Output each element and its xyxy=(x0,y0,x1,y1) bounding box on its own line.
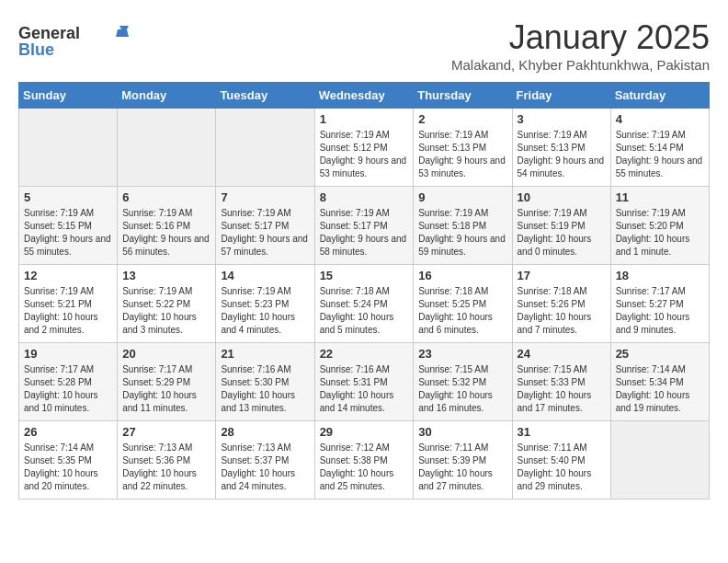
calendar-cell: 24Sunrise: 7:15 AM Sunset: 5:33 PM Dayli… xyxy=(512,343,610,421)
title-section: January 2025 Malakand, Khyber Pakhtunkhw… xyxy=(451,18,710,73)
calendar-cell: 17Sunrise: 7:18 AM Sunset: 5:26 PM Dayli… xyxy=(512,265,610,343)
day-info: Sunrise: 7:14 AM Sunset: 5:35 PM Dayligh… xyxy=(24,442,112,493)
calendar-cell: 29Sunrise: 7:12 AM Sunset: 5:38 PM Dayli… xyxy=(314,421,414,500)
day-number: 23 xyxy=(418,347,506,361)
day-info: Sunrise: 7:19 AM Sunset: 5:15 PM Dayligh… xyxy=(24,207,112,259)
day-info: Sunrise: 7:18 AM Sunset: 5:24 PM Dayligh… xyxy=(320,285,409,337)
day-info: Sunrise: 7:17 AM Sunset: 5:27 PM Dayligh… xyxy=(616,285,704,337)
calendar-cell: 18Sunrise: 7:17 AM Sunset: 5:27 PM Dayli… xyxy=(610,265,709,343)
week-row-4: 19Sunrise: 7:17 AM Sunset: 5:28 PM Dayli… xyxy=(19,343,710,421)
calendar-cell: 25Sunrise: 7:14 AM Sunset: 5:34 PM Dayli… xyxy=(610,343,709,421)
day-number: 8 xyxy=(320,190,409,204)
day-number: 13 xyxy=(122,269,210,282)
calendar-cell: 31Sunrise: 7:11 AM Sunset: 5:40 PM Dayli… xyxy=(512,421,610,500)
logo: General Blue xyxy=(18,18,129,63)
day-info: Sunrise: 7:17 AM Sunset: 5:28 PM Dayligh… xyxy=(24,363,112,415)
calendar-cell: 21Sunrise: 7:16 AM Sunset: 5:30 PM Dayli… xyxy=(216,343,314,421)
week-row-5: 26Sunrise: 7:14 AM Sunset: 5:35 PM Dayli… xyxy=(19,421,710,500)
calendar-cell xyxy=(19,109,118,187)
svg-text:General: General xyxy=(18,24,80,42)
calendar-cell: 11Sunrise: 7:19 AM Sunset: 5:20 PM Dayli… xyxy=(610,187,709,265)
svg-marker-2 xyxy=(116,29,129,37)
week-row-1: 1Sunrise: 7:19 AM Sunset: 5:12 PM Daylig… xyxy=(19,109,710,187)
calendar-cell xyxy=(216,109,314,187)
day-number: 10 xyxy=(518,190,606,204)
day-info: Sunrise: 7:19 AM Sunset: 5:12 PM Dayligh… xyxy=(320,129,409,180)
day-number: 15 xyxy=(320,269,409,282)
day-info: Sunrise: 7:19 AM Sunset: 5:23 PM Dayligh… xyxy=(221,285,309,337)
day-info: Sunrise: 7:15 AM Sunset: 5:33 PM Dayligh… xyxy=(518,363,606,415)
calendar-cell: 19Sunrise: 7:17 AM Sunset: 5:28 PM Dayli… xyxy=(19,343,118,421)
day-number: 17 xyxy=(518,269,606,282)
day-number: 19 xyxy=(24,347,112,361)
calendar-cell: 14Sunrise: 7:19 AM Sunset: 5:23 PM Dayli… xyxy=(216,265,314,343)
day-number: 6 xyxy=(122,190,210,204)
day-number: 22 xyxy=(320,347,409,361)
day-header-thursday: Thursday xyxy=(414,83,512,109)
day-info: Sunrise: 7:16 AM Sunset: 5:30 PM Dayligh… xyxy=(221,363,309,415)
day-number: 21 xyxy=(221,347,309,361)
calendar-cell: 15Sunrise: 7:18 AM Sunset: 5:24 PM Dayli… xyxy=(314,265,414,343)
calendar-cell: 5Sunrise: 7:19 AM Sunset: 5:15 PM Daylig… xyxy=(19,187,118,265)
day-number: 24 xyxy=(518,347,606,361)
calendar-cell: 3Sunrise: 7:19 AM Sunset: 5:13 PM Daylig… xyxy=(512,109,610,187)
day-info: Sunrise: 7:11 AM Sunset: 5:39 PM Dayligh… xyxy=(418,442,506,493)
day-info: Sunrise: 7:12 AM Sunset: 5:38 PM Dayligh… xyxy=(320,442,409,493)
calendar-cell: 30Sunrise: 7:11 AM Sunset: 5:39 PM Dayli… xyxy=(414,421,512,500)
day-number: 29 xyxy=(320,425,409,439)
day-info: Sunrise: 7:19 AM Sunset: 5:13 PM Dayligh… xyxy=(418,129,506,180)
day-number: 2 xyxy=(418,112,506,126)
calendar-header-row: SundayMondayTuesdayWednesdayThursdayFrid… xyxy=(19,83,710,109)
calendar-cell: 8Sunrise: 7:19 AM Sunset: 5:17 PM Daylig… xyxy=(314,187,414,265)
day-header-wednesday: Wednesday xyxy=(314,83,414,109)
day-info: Sunrise: 7:11 AM Sunset: 5:40 PM Dayligh… xyxy=(518,442,606,493)
calendar-cell: 26Sunrise: 7:14 AM Sunset: 5:35 PM Dayli… xyxy=(19,421,118,500)
day-header-sunday: Sunday xyxy=(19,83,118,109)
week-row-3: 12Sunrise: 7:19 AM Sunset: 5:21 PM Dayli… xyxy=(19,265,710,343)
day-number: 27 xyxy=(122,425,210,439)
day-info: Sunrise: 7:16 AM Sunset: 5:31 PM Dayligh… xyxy=(320,363,409,415)
day-info: Sunrise: 7:19 AM Sunset: 5:16 PM Dayligh… xyxy=(122,207,210,259)
calendar-cell: 6Sunrise: 7:19 AM Sunset: 5:16 PM Daylig… xyxy=(118,187,216,265)
day-number: 9 xyxy=(418,190,506,204)
calendar-cell: 1Sunrise: 7:19 AM Sunset: 5:12 PM Daylig… xyxy=(314,109,414,187)
calendar-cell: 22Sunrise: 7:16 AM Sunset: 5:31 PM Dayli… xyxy=(314,343,414,421)
calendar-cell: 28Sunrise: 7:13 AM Sunset: 5:37 PM Dayli… xyxy=(216,421,314,500)
day-number: 14 xyxy=(221,269,309,282)
day-number: 28 xyxy=(221,425,309,439)
week-row-2: 5Sunrise: 7:19 AM Sunset: 5:15 PM Daylig… xyxy=(19,187,710,265)
day-number: 11 xyxy=(616,190,704,204)
day-info: Sunrise: 7:19 AM Sunset: 5:14 PM Dayligh… xyxy=(616,129,704,180)
day-info: Sunrise: 7:18 AM Sunset: 5:26 PM Dayligh… xyxy=(518,285,606,337)
day-number: 31 xyxy=(518,425,606,439)
calendar-cell: 27Sunrise: 7:13 AM Sunset: 5:36 PM Dayli… xyxy=(118,421,216,500)
day-info: Sunrise: 7:13 AM Sunset: 5:37 PM Dayligh… xyxy=(221,442,309,493)
day-info: Sunrise: 7:18 AM Sunset: 5:25 PM Dayligh… xyxy=(418,285,506,337)
day-info: Sunrise: 7:19 AM Sunset: 5:18 PM Dayligh… xyxy=(418,207,506,259)
calendar-cell: 13Sunrise: 7:19 AM Sunset: 5:22 PM Dayli… xyxy=(118,265,216,343)
day-info: Sunrise: 7:17 AM Sunset: 5:29 PM Dayligh… xyxy=(122,363,210,415)
day-info: Sunrise: 7:19 AM Sunset: 5:22 PM Dayligh… xyxy=(122,285,210,337)
calendar-cell: 16Sunrise: 7:18 AM Sunset: 5:25 PM Dayli… xyxy=(414,265,512,343)
page-header: General Blue January 2025 Malakand, Khyb… xyxy=(18,18,710,73)
day-number: 12 xyxy=(24,269,112,282)
calendar-cell xyxy=(118,109,216,187)
day-header-friday: Friday xyxy=(512,83,610,109)
day-info: Sunrise: 7:15 AM Sunset: 5:32 PM Dayligh… xyxy=(418,363,506,415)
calendar-title: January 2025 xyxy=(451,18,710,57)
calendar-cell: 20Sunrise: 7:17 AM Sunset: 5:29 PM Dayli… xyxy=(118,343,216,421)
day-number: 20 xyxy=(122,347,210,361)
calendar-cell: 23Sunrise: 7:15 AM Sunset: 5:32 PM Dayli… xyxy=(414,343,512,421)
day-info: Sunrise: 7:19 AM Sunset: 5:21 PM Dayligh… xyxy=(24,285,112,337)
day-header-tuesday: Tuesday xyxy=(216,83,314,109)
calendar-cell: 4Sunrise: 7:19 AM Sunset: 5:14 PM Daylig… xyxy=(610,109,709,187)
logo-wordmark: General Blue xyxy=(18,18,129,63)
day-number: 4 xyxy=(616,112,704,126)
calendar-cell: 7Sunrise: 7:19 AM Sunset: 5:17 PM Daylig… xyxy=(216,187,314,265)
day-number: 16 xyxy=(418,269,506,282)
day-number: 3 xyxy=(518,112,606,126)
svg-text:Blue: Blue xyxy=(18,40,54,59)
day-info: Sunrise: 7:19 AM Sunset: 5:13 PM Dayligh… xyxy=(518,129,606,180)
day-info: Sunrise: 7:13 AM Sunset: 5:36 PM Dayligh… xyxy=(122,442,210,493)
calendar-cell: 9Sunrise: 7:19 AM Sunset: 5:18 PM Daylig… xyxy=(414,187,512,265)
